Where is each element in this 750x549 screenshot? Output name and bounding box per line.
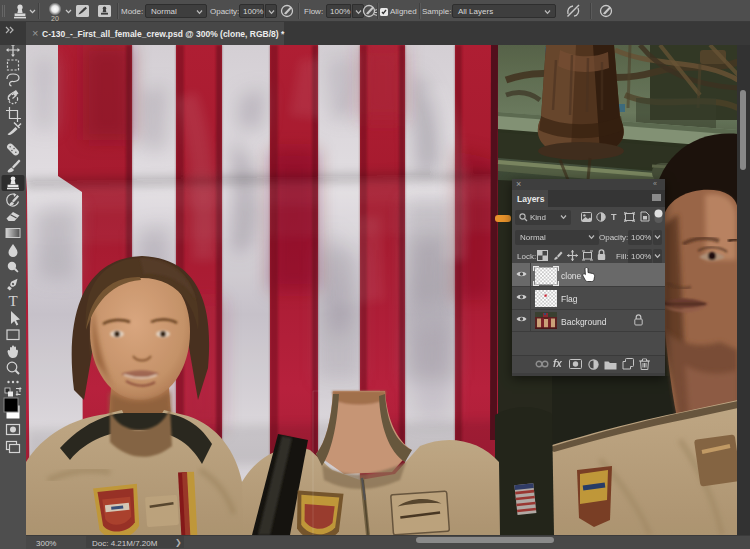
svg-text:T: T <box>8 293 17 309</box>
